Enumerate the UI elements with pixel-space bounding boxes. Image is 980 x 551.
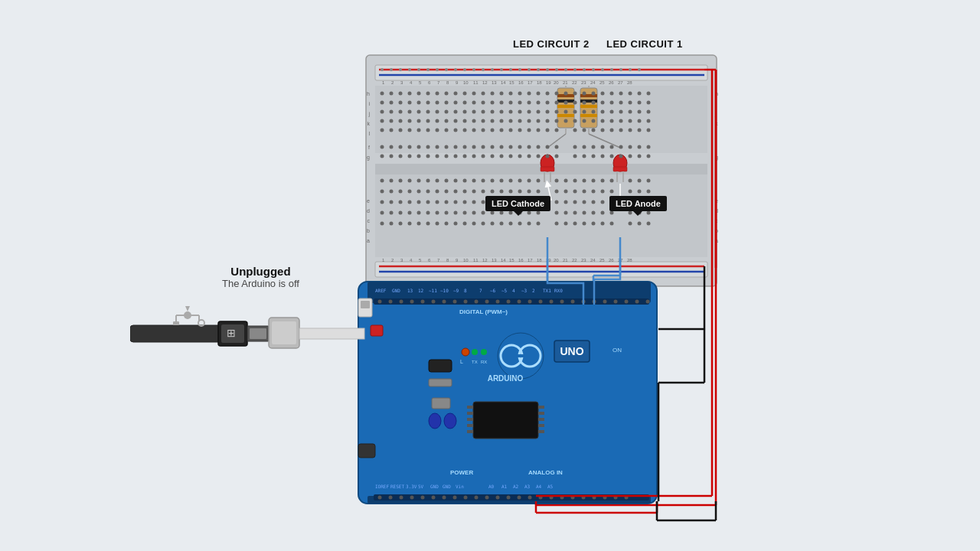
svg-text:g: g: [367, 155, 370, 161]
svg-point-608: [436, 68, 439, 71]
svg-point-487: [629, 179, 632, 183]
svg-point-260: [426, 92, 430, 96]
usb-cable-svg: ⊞: [130, 306, 368, 367]
svg-point-361: [528, 119, 531, 123]
svg-point-152: [443, 300, 446, 304]
svg-point-317: [399, 110, 403, 114]
svg-point-563: [537, 211, 541, 215]
svg-point-537: [564, 201, 568, 204]
svg-point-229: [539, 496, 543, 500]
svg-text:8: 8: [446, 80, 449, 85]
svg-point-557: [482, 211, 485, 215]
svg-point-402: [638, 129, 642, 132]
svg-point-523: [426, 201, 430, 204]
svg-point-308: [592, 101, 596, 105]
svg-point-445: [491, 155, 495, 158]
svg-point-175: [481, 349, 487, 355]
svg-point-277: [583, 92, 586, 96]
svg-point-150: [421, 300, 425, 304]
svg-text:9: 9: [456, 80, 459, 85]
svg-point-314: [647, 101, 651, 105]
svg-point-395: [573, 129, 577, 132]
svg-text:20: 20: [554, 80, 559, 85]
svg-point-629: [629, 68, 632, 71]
svg-text:4: 4: [410, 80, 413, 85]
svg-point-302: [537, 101, 541, 105]
svg-text:j: j: [714, 111, 717, 117]
svg-point-397: [592, 129, 596, 132]
svg-rect-193: [538, 412, 544, 415]
unplugged-subtitle: The Arduino is off: [222, 278, 299, 289]
svg-point-444: [482, 155, 485, 158]
svg-point-553: [445, 211, 449, 215]
svg-text:4: 4: [512, 288, 515, 293]
svg-point-491: [390, 190, 394, 194]
svg-text:~10: ~10: [440, 288, 449, 293]
svg-text:14: 14: [501, 80, 506, 85]
svg-rect-653: [173, 321, 179, 325]
svg-rect-240: [358, 444, 375, 458]
svg-point-596: [592, 222, 596, 226]
svg-rect-110: [613, 167, 627, 171]
svg-point-172: [462, 348, 469, 356]
svg-point-566: [573, 211, 577, 215]
unplugged-title: Unplugged: [222, 265, 299, 278]
svg-point-420: [528, 145, 531, 149]
svg-point-287: [399, 101, 403, 105]
svg-point-415: [482, 145, 485, 149]
svg-point-479: [537, 179, 541, 183]
svg-rect-97: [580, 88, 597, 128]
svg-text:5V: 5V: [418, 484, 424, 489]
svg-point-401: [629, 129, 632, 132]
svg-point-336: [573, 110, 577, 114]
svg-point-366: [573, 119, 577, 123]
svg-point-386: [482, 129, 485, 132]
svg-text:d: d: [367, 208, 370, 214]
svg-point-482: [573, 179, 577, 183]
svg-point-153: [453, 300, 457, 304]
svg-point-481: [564, 179, 568, 183]
svg-point-508: [555, 190, 559, 194]
svg-point-341: [619, 110, 623, 114]
svg-text:27: 27: [618, 80, 623, 85]
svg-point-354: [463, 119, 467, 123]
svg-text:POWER: POWER: [450, 469, 473, 476]
svg-point-362: [537, 119, 541, 123]
svg-point-570: [610, 211, 614, 215]
svg-point-449: [528, 155, 531, 158]
svg-text:17: 17: [528, 258, 533, 262]
svg-point-369: [601, 119, 605, 123]
svg-point-230: [550, 496, 554, 500]
svg-text:8: 8: [464, 288, 467, 293]
svg-rect-241: [371, 325, 383, 336]
svg-point-476: [509, 179, 513, 183]
svg-point-160: [528, 300, 532, 304]
svg-text:AREF: AREF: [375, 288, 387, 293]
svg-point-514: [610, 190, 614, 194]
svg-rect-182: [554, 341, 590, 362]
svg-point-393: [546, 129, 550, 132]
svg-point-151: [432, 300, 436, 304]
svg-point-326: [482, 110, 485, 114]
svg-point-292: [445, 101, 449, 105]
svg-point-165: [582, 300, 586, 304]
svg-point-262: [445, 92, 449, 96]
svg-point-503: [500, 190, 504, 194]
svg-point-473: [482, 179, 485, 183]
svg-text:A4: A4: [536, 484, 542, 489]
svg-point-228: [528, 496, 532, 500]
svg-point-549: [408, 211, 412, 215]
svg-point-499: [463, 190, 467, 194]
svg-point-343: [638, 110, 642, 114]
svg-text:25: 25: [599, 258, 605, 262]
svg-text:2: 2: [391, 258, 394, 262]
svg-text:23: 23: [581, 80, 586, 85]
svg-rect-647: [299, 328, 364, 339]
svg-point-377: [399, 129, 403, 132]
svg-point-404: [381, 145, 384, 149]
svg-rect-192: [538, 406, 544, 409]
svg-rect-90: [557, 88, 574, 128]
svg-point-501: [482, 190, 485, 194]
svg-point-426: [592, 145, 596, 149]
svg-point-227: [518, 496, 521, 500]
